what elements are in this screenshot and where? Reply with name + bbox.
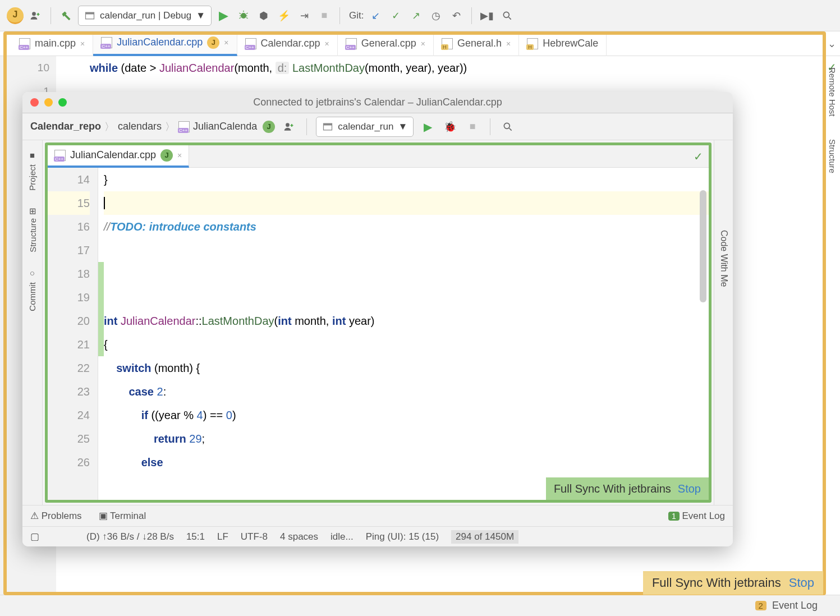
indent[interactable]: 4 spaces [280, 531, 318, 543]
close-icon[interactable]: × [224, 38, 228, 47]
cpp-file-icon [54, 150, 66, 161]
popup-tabs: JulianCalendar.cpp J × ✓ [48, 145, 709, 168]
run-icon[interactable]: ▶ [215, 7, 232, 24]
breadcrumb: Calendar_repo 〉 calendars 〉 JulianCalend… [30, 120, 257, 134]
code-with-me-tab[interactable]: Code With Me [719, 230, 729, 287]
close-icon[interactable]: × [80, 39, 85, 48]
run-config-label: calendar_run | Debug [100, 10, 191, 21]
breadcrumb-folder[interactable]: calendars [118, 121, 162, 132]
attach-icon[interactable]: ⇥ [296, 7, 313, 24]
popup-titlebar[interactable]: Connected to jetbrains's Calendar – Juli… [22, 92, 733, 113]
popup-editor: JulianCalendar.cpp J × ✓ 141516171819202… [45, 142, 712, 503]
popup-bottom-tabs: ⚠ Problems ▣ Terminal 1 Event Log [22, 505, 733, 526]
breadcrumb-file[interactable]: JulianCalenda [193, 121, 257, 132]
traffic-lights [30, 98, 67, 107]
tab-general-cpp[interactable]: General.cpp× [338, 31, 434, 56]
close-icon[interactable]: × [421, 39, 425, 48]
project-tab[interactable]: Project ■ [27, 151, 37, 191]
cpp-file-icon [346, 38, 357, 49]
more-tabs-icon[interactable]: ⌄ [823, 35, 840, 52]
right-tool-tabs: Remote Host Structure [824, 56, 840, 173]
cpp-file-icon [101, 37, 112, 48]
terminal-tab[interactable]: ▣ Terminal [99, 510, 146, 522]
popup-status-bar: ▢ (D) ↑36 B/s / ↓28 B/s 15:1 LF UTF-8 4 … [22, 526, 733, 546]
svg-point-8 [504, 123, 510, 128]
search-icon[interactable] [499, 7, 516, 24]
cursor-position[interactable]: 15:1 [186, 531, 205, 543]
user-avatar[interactable]: J [7, 7, 24, 24]
event-log-link[interactable]: Event Log [772, 600, 818, 612]
add-user-icon[interactable] [27, 7, 44, 24]
hammer-build-icon[interactable] [58, 7, 75, 24]
popup-sync-badge: Full Sync With jetbrains Stop [546, 477, 709, 500]
window-layout-icon[interactable]: ▢ [30, 531, 39, 543]
transfer-rate: (D) ↑36 B/s / ↓28 B/s [86, 531, 174, 543]
tab-hebrewcale[interactable]: HebrewCale [519, 31, 607, 56]
close-icon[interactable]: × [506, 39, 511, 48]
popup-run-config[interactable]: calendar_run ▼ [316, 117, 414, 137]
close-icon[interactable]: × [177, 151, 182, 160]
structure-tab[interactable]: Structure [828, 139, 837, 173]
commit-tab[interactable]: Commit ○ [27, 269, 37, 311]
collaborator-avatar: J [207, 36, 219, 49]
line-ending[interactable]: LF [217, 531, 228, 543]
run-config-selector[interactable]: calendar_run | Debug ▼ [78, 6, 212, 26]
svg-point-5 [286, 123, 290, 127]
svg-point-4 [504, 12, 509, 17]
breadcrumb-root[interactable]: Calendar_repo [30, 121, 101, 132]
h-file-icon [442, 38, 453, 49]
git-label: Git: [349, 10, 364, 21]
coverage-icon[interactable]: ⬢ [255, 7, 272, 24]
change-marker [98, 262, 104, 356]
tab-calendar-cpp[interactable]: Calendar.cpp× [237, 31, 338, 56]
event-log-tab[interactable]: 1 Event Log [668, 511, 725, 522]
encoding[interactable]: UTF-8 [241, 531, 268, 543]
popup-file-tab[interactable]: JulianCalendar.cpp J × [48, 145, 189, 168]
stop-icon[interactable]: ■ [316, 7, 333, 24]
collaborator-avatar: J [160, 149, 173, 162]
popup-right-tool-tabs: Code With Me [714, 140, 733, 505]
svg-point-0 [32, 12, 36, 16]
stop-icon[interactable]: ■ [464, 118, 481, 135]
ping: Ping (UI): 15 (15) [366, 531, 439, 543]
git-commit-icon[interactable]: ✓ [387, 7, 404, 24]
close-window-icon[interactable] [30, 98, 39, 107]
outer-status-bar: 2 Event Log [0, 595, 840, 616]
minimize-window-icon[interactable] [44, 98, 53, 107]
cpp-file-icon [178, 121, 190, 132]
stop-sync-link[interactable]: Stop [789, 576, 814, 590]
run-anything-icon[interactable]: ▶▮ [479, 7, 495, 24]
h-file-icon [527, 38, 538, 49]
remote-host-tab[interactable]: Remote Host [828, 67, 837, 117]
close-icon[interactable]: × [325, 39, 329, 48]
popup-code-area[interactable]: 14151617181920212223242526 } //TODO: int… [48, 168, 709, 500]
tab-main-cpp[interactable]: main.cpp× [11, 31, 93, 56]
profile-icon[interactable]: ⚡ [276, 7, 292, 24]
git-update-icon[interactable]: ↙ [367, 7, 384, 24]
git-push-icon[interactable]: ↗ [407, 7, 424, 24]
popup-gutter: 14151617181920212223242526 [48, 168, 98, 500]
structure-tab[interactable]: Structure ⊞ [27, 208, 38, 252]
popup-code[interactable]: } //TODO: introduce constants int Julian… [98, 168, 709, 500]
outer-sync-badge: Full Sync With jetbrains Stop [643, 571, 823, 595]
remote-session-window: Connected to jetbrains's Calendar – Juli… [22, 92, 733, 546]
popup-left-tool-tabs: Project ■ Structure ⊞ Commit ○ [22, 140, 43, 505]
stop-sync-link[interactable]: Stop [678, 482, 701, 495]
run-icon[interactable]: ▶ [419, 118, 436, 135]
editor-tabs: main.cpp× JulianCalendar.cppJ× Calendar.… [0, 31, 840, 56]
main-toolbar: J calendar_run | Debug ▼ ▶ ⬢ ⚡ ⇥ ■ Git: … [0, 0, 840, 31]
search-icon[interactable] [499, 118, 516, 135]
git-rollback-icon[interactable]: ↶ [448, 7, 465, 24]
tab-juliancalendar-cpp[interactable]: JulianCalendar.cppJ× [93, 31, 237, 56]
git-history-icon[interactable]: ◷ [428, 7, 444, 24]
session-avatar[interactable]: J [263, 121, 275, 133]
tab-general-h[interactable]: General.h× [434, 31, 519, 56]
scrollbar-thumb[interactable] [700, 190, 706, 302]
maximize-window-icon[interactable] [58, 98, 67, 107]
event-count-badge: 2 [755, 601, 766, 610]
memory[interactable]: 294 of 1450M [451, 530, 518, 544]
debug-icon[interactable] [235, 7, 252, 24]
problems-tab[interactable]: ⚠ Problems [30, 510, 82, 522]
add-user-icon[interactable] [281, 118, 297, 135]
debug-icon[interactable]: 🐞 [442, 118, 458, 135]
